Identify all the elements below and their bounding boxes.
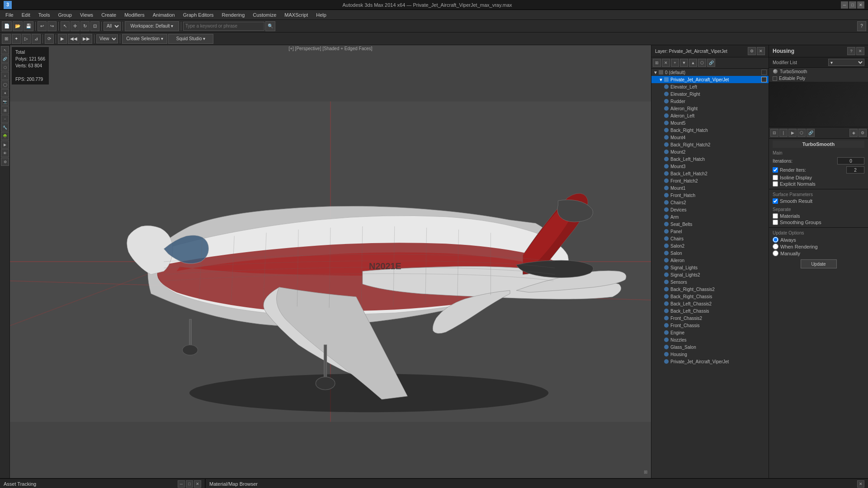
- window-controls[interactable]: ─ □ ✕: [841, 1, 864, 9]
- layer-item[interactable]: Back_Right_Chassis: [651, 293, 769, 300]
- layer-item-housing[interactable]: Housing: [651, 351, 769, 358]
- prop-btn-5[interactable]: 🔗: [807, 129, 815, 137]
- prop-close-btn[interactable]: ✕: [856, 47, 864, 55]
- tool-camera[interactable]: 📷: [1, 98, 9, 106]
- menu-create[interactable]: Create: [98, 11, 120, 19]
- squid-studio-btn[interactable]: Squid Studio ▾: [168, 34, 213, 44]
- layer-item[interactable]: Engine: [651, 329, 769, 336]
- prop-btn-2[interactable]: |: [779, 129, 788, 137]
- layer-tool-2[interactable]: ✕: [662, 59, 670, 67]
- render-iters-input[interactable]: [846, 166, 864, 174]
- isoline-checkbox[interactable]: [773, 175, 778, 180]
- redo-btn[interactable]: ↪: [47, 21, 57, 31]
- layer-item[interactable]: Front_Chassis2: [651, 314, 769, 322]
- prop-btn-1[interactable]: ⊟: [770, 129, 778, 137]
- modifier-checkbox[interactable]: [773, 76, 777, 81]
- filter-select[interactable]: All: [104, 22, 121, 31]
- menu-customize[interactable]: Customize: [249, 11, 280, 19]
- tb2-btn2[interactable]: ✦: [12, 34, 21, 44]
- layer-item[interactable]: Mount5: [651, 119, 769, 127]
- menu-help[interactable]: Help: [312, 11, 330, 19]
- layer-item[interactable]: Mount1: [651, 184, 769, 192]
- menu-views[interactable]: Views: [76, 11, 97, 19]
- layer-item[interactable]: Mount2: [651, 148, 769, 155]
- layer-item[interactable]: Private_Jet_Aircraft_ViperJet: [651, 358, 769, 365]
- tool-select[interactable]: ↖: [1, 46, 9, 54]
- layer-item-viperjet[interactable]: ▼ Private_Jet_Aircraft_ViperJet: [651, 76, 769, 83]
- maximize-button[interactable]: □: [849, 1, 856, 9]
- menu-maxscript[interactable]: MAXScript: [281, 11, 311, 19]
- layer-tool-5[interactable]: ▲: [689, 59, 697, 67]
- scale-btn[interactable]: ⊡: [90, 21, 99, 31]
- menu-group[interactable]: Group: [54, 11, 75, 19]
- materials-checkbox[interactable]: [773, 213, 778, 219]
- tool-shapes[interactable]: ◯: [1, 80, 9, 89]
- layer-tool-6[interactable]: ⬡: [698, 59, 706, 67]
- menu-modifiers[interactable]: Modifiers: [121, 11, 148, 19]
- menu-rendering[interactable]: Rendering: [218, 11, 249, 19]
- layer-item-arm[interactable]: Arm: [651, 213, 769, 221]
- modifier-turbosmooth[interactable]: TurboSmooth: [769, 68, 868, 75]
- menu-tools[interactable]: Tools: [35, 11, 54, 19]
- layer-tool-7[interactable]: 🔗: [707, 59, 715, 67]
- tb2-play[interactable]: ▶: [58, 34, 67, 44]
- prop-btn-6[interactable]: ◈: [849, 129, 858, 137]
- tool-bind[interactable]: ⬡: [1, 63, 9, 71]
- select-btn[interactable]: ↖: [61, 21, 70, 31]
- workspace-btn[interactable]: Workspace: Default ▾: [125, 21, 179, 31]
- modifier-editable-poly[interactable]: Editable Poly: [769, 75, 868, 82]
- at-close-btn[interactable]: ✕: [194, 480, 201, 488]
- tool-helpers[interactable]: ⊞: [1, 106, 9, 114]
- layer-item[interactable]: Rudder: [651, 98, 769, 105]
- layer-item[interactable]: Glass_Salon: [651, 343, 769, 351]
- tool-utilities[interactable]: ⚙: [1, 158, 9, 166]
- tb2-next[interactable]: ▶▶: [80, 34, 92, 44]
- prop-settings-btn[interactable]: ?: [847, 47, 855, 55]
- layer-item[interactable]: Front_Hatch2: [651, 177, 769, 184]
- tool-create[interactable]: +: [1, 72, 9, 80]
- move-btn[interactable]: ✛: [71, 21, 80, 31]
- tb2-btn4[interactable]: ⊿: [32, 34, 41, 44]
- layer-item[interactable]: Seat_Belts: [651, 221, 769, 228]
- layer-item-chairs[interactable]: Chairs: [651, 235, 769, 242]
- minimize-button[interactable]: ─: [841, 1, 848, 9]
- layer-item[interactable]: Elevator_Right: [651, 90, 769, 98]
- layer-item[interactable]: Back_Right_Chassis2: [651, 286, 769, 293]
- at-minimize-btn[interactable]: ─: [178, 480, 185, 488]
- layer-tool-4[interactable]: ▼: [680, 59, 688, 67]
- prop-btn-4[interactable]: ⬡: [797, 129, 806, 137]
- explicit-normals-checkbox[interactable]: [773, 181, 778, 187]
- when-rendering-radio[interactable]: [773, 244, 778, 249]
- tb2-prev[interactable]: ◀◀: [68, 34, 80, 44]
- layer-tool-3[interactable]: +: [671, 59, 679, 67]
- menu-file[interactable]: File: [2, 11, 17, 19]
- menu-graph-editors[interactable]: Graph Editors: [179, 11, 217, 19]
- viewport[interactable]: Total Polys: 121 566 Verts: 63 804 FPS: …: [10, 45, 651, 478]
- tb2-btn5[interactable]: ⟳: [45, 34, 54, 44]
- layer-item[interactable]: Back_Left_Hatch: [651, 155, 769, 163]
- tb2-btn1[interactable]: ⊞: [2, 34, 11, 44]
- tool-lights[interactable]: ✦: [1, 89, 9, 97]
- layer-item[interactable]: Mount3: [651, 163, 769, 170]
- layer-item[interactable]: Signal_Lights: [651, 264, 769, 271]
- tool-motion[interactable]: ▶: [1, 141, 9, 149]
- prop-btn-7[interactable]: ⚙: [859, 129, 867, 137]
- search-btn[interactable]: 🔍: [265, 21, 275, 31]
- tool-space-warps[interactable]: ~: [1, 115, 9, 123]
- layer-item[interactable]: Back_Left_Chassis2: [651, 300, 769, 307]
- layer-item[interactable]: Salon2: [651, 242, 769, 249]
- menu-edit[interactable]: Edit: [18, 11, 34, 19]
- modifier-select[interactable]: ▾: [828, 59, 864, 66]
- layer-item[interactable]: Sensors: [651, 278, 769, 286]
- layer-item[interactable]: Back_Right_Hatch2: [651, 141, 769, 148]
- save-btn[interactable]: 💾: [24, 21, 33, 31]
- always-radio[interactable]: [773, 237, 778, 243]
- tool-display[interactable]: 👁: [1, 149, 9, 157]
- layer-item-devices[interactable]: Devices: [651, 206, 769, 213]
- view-select[interactable]: View: [96, 34, 118, 43]
- rotate-btn[interactable]: ↻: [80, 21, 90, 31]
- tool-hierarchy[interactable]: 🌳: [1, 132, 9, 140]
- layer-item[interactable]: Front_Chassis: [651, 322, 769, 329]
- create-selection-btn[interactable]: Create Selection ▾: [122, 34, 167, 44]
- layer-item[interactable]: Back_Right_Hatch: [651, 127, 769, 134]
